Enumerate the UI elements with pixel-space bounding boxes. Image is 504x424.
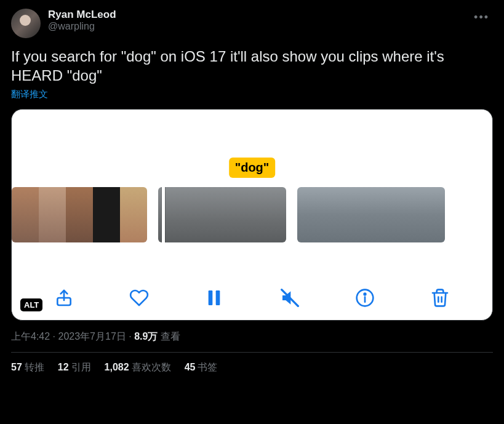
- svg-rect-1: [209, 290, 213, 305]
- video-filmstrip[interactable]: [12, 187, 492, 242]
- tweet-meta: 上午4:42 · 2023年7月17日 · 8.9万 查看: [11, 330, 493, 343]
- svg-point-6: [364, 294, 366, 295]
- media-controls: [12, 287, 492, 309]
- heart-icon[interactable]: [128, 287, 150, 309]
- clip-3[interactable]: [297, 187, 445, 242]
- playhead[interactable]: [162, 187, 165, 242]
- retweets-stat[interactable]: 57转推: [11, 361, 44, 374]
- likes-stat[interactable]: 1,082喜欢次数: [105, 361, 171, 374]
- tweet-container: Ryan McLeod @warpling ••• If you search …: [0, 0, 504, 380]
- more-icon[interactable]: •••: [470, 9, 493, 26]
- search-tooltip: "dog": [229, 158, 276, 178]
- quotes-stat[interactable]: 12引用: [58, 361, 91, 374]
- media-container[interactable]: "dog": [11, 109, 493, 321]
- mute-icon[interactable]: [279, 287, 301, 309]
- tweet-header: Ryan McLeod @warpling •••: [11, 9, 493, 38]
- avatar[interactable]: [11, 9, 41, 38]
- display-name[interactable]: Ryan McLeod: [48, 9, 470, 21]
- views-label: 查看: [161, 331, 180, 342]
- timestamp-date[interactable]: 2023年7月17日: [58, 331, 126, 342]
- translate-link[interactable]: 翻译推文: [11, 89, 48, 100]
- tweet-text: If you search for "dog" on iOS 17 it'll …: [11, 47, 493, 85]
- svg-rect-2: [216, 290, 220, 305]
- share-icon[interactable]: [53, 287, 75, 309]
- timestamp-time[interactable]: 上午4:42: [11, 331, 50, 342]
- views-count[interactable]: 8.9万: [134, 331, 158, 342]
- pause-icon[interactable]: [203, 287, 225, 309]
- info-icon[interactable]: [354, 287, 376, 309]
- clip-2[interactable]: [158, 187, 286, 242]
- clip-1[interactable]: [12, 187, 147, 242]
- trash-icon[interactable]: [429, 287, 451, 309]
- alt-badge[interactable]: ALT: [20, 298, 42, 311]
- tweet-stats: 57转推 12引用 1,082喜欢次数 45书签: [11, 353, 493, 380]
- author-names: Ryan McLeod @warpling: [48, 9, 470, 32]
- handle[interactable]: @warpling: [48, 21, 470, 32]
- bookmarks-stat[interactable]: 45书签: [185, 361, 218, 374]
